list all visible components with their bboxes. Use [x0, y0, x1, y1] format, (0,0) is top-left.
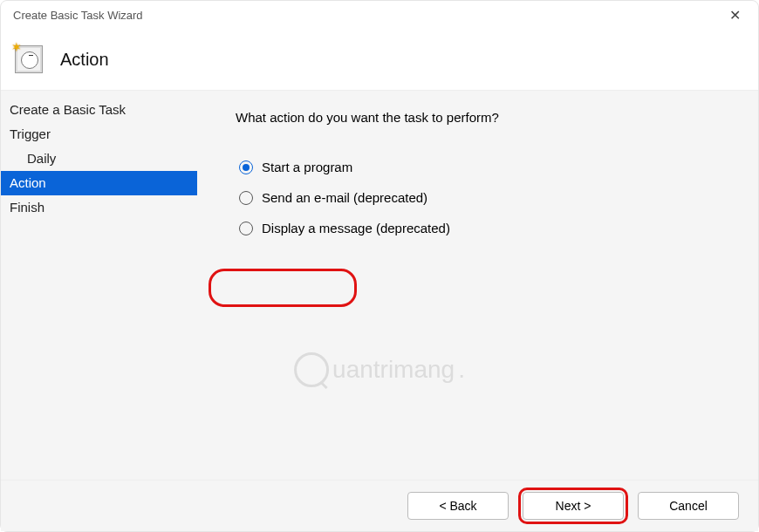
back-button[interactable]: < Back — [407, 492, 509, 520]
next-button[interactable]: Next > — [523, 492, 624, 520]
option-display-message[interactable]: Display a message (deprecated) — [236, 219, 454, 237]
radio-icon — [239, 160, 253, 174]
back-button-wrap: < Back — [407, 492, 509, 520]
page-title: Action — [60, 50, 109, 70]
wizard-window: Create Basic Task Wizard ✕ ✶ Action Crea… — [0, 0, 759, 532]
option-label: Start a program — [262, 160, 352, 174]
next-button-wrap: Next > — [523, 492, 624, 520]
wizard-steps: Create a Basic Task Trigger Daily Action… — [1, 91, 197, 480]
cancel-button-wrap: Cancel — [638, 492, 739, 520]
step-action[interactable]: Action — [1, 171, 197, 195]
cancel-button[interactable]: Cancel — [638, 492, 739, 520]
wizard-header: ✶ Action — [1, 29, 758, 90]
step-create-basic-task[interactable]: Create a Basic Task — [1, 98, 197, 122]
prompt-text: What action do you want the task to perf… — [236, 110, 741, 125]
step-finish[interactable]: Finish — [1, 195, 197, 220]
option-start-program[interactable]: Start a program — [236, 158, 356, 176]
clock-icon: ✶ — [13, 44, 44, 75]
close-icon[interactable]: ✕ — [720, 7, 749, 24]
option-send-email[interactable]: Send an e-mail (deprecated) — [236, 188, 431, 207]
step-daily[interactable]: Daily — [1, 147, 197, 171]
content-pane: What action do you want the task to perf… — [197, 91, 758, 480]
radio-icon — [239, 222, 253, 235]
option-label: Send an e-mail (deprecated) — [262, 190, 427, 205]
title-bar: Create Basic Task Wizard ✕ — [1, 1, 758, 29]
option-label: Display a message (deprecated) — [262, 221, 450, 235]
step-trigger[interactable]: Trigger — [1, 122, 197, 147]
wizard-footer: < Back Next > Cancel — [1, 480, 758, 531]
radio-icon — [239, 191, 253, 205]
window-title: Create Basic Task Wizard — [13, 9, 143, 22]
wizard-body: Create a Basic Task Trigger Daily Action… — [1, 90, 758, 480]
